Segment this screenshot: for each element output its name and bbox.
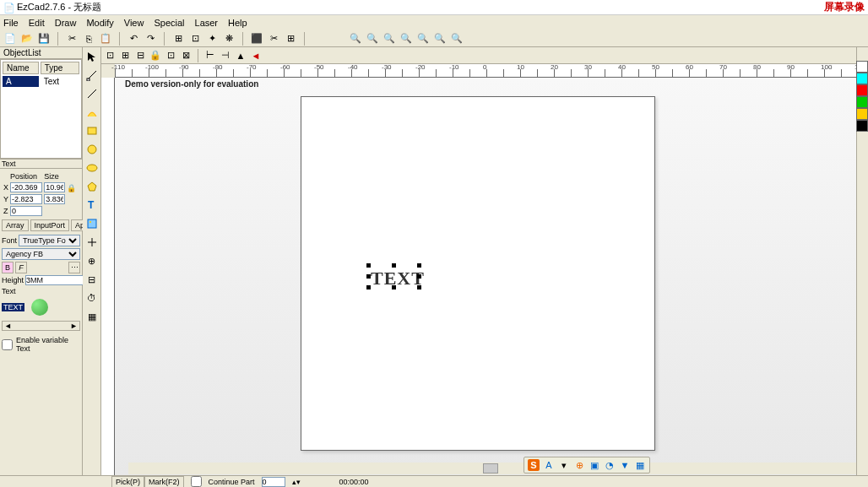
float-chevron-icon[interactable]: ▾ xyxy=(558,459,570,471)
font-name-select[interactable]: Agency FB xyxy=(2,248,80,260)
bold-button[interactable]: B xyxy=(2,262,14,273)
zoom-out-button[interactable]: 🔍 xyxy=(382,32,396,46)
transform-button[interactable]: ✦ xyxy=(205,32,219,46)
lock-button[interactable]: 🔒 xyxy=(149,49,162,62)
encoder-tool[interactable]: ⊕ xyxy=(84,253,100,268)
ellipse-tool[interactable] xyxy=(84,160,100,176)
ungroup-button[interactable]: ⊠ xyxy=(179,49,193,62)
menu-edit[interactable]: Edit xyxy=(29,18,45,28)
inputport-button[interactable]: InputPort xyxy=(30,219,70,231)
float-clock-icon[interactable]: ◔ xyxy=(604,459,616,471)
mark-cut-button[interactable]: ✂ xyxy=(267,32,280,46)
y-size-input[interactable] xyxy=(44,194,65,204)
timer-tool[interactable]: ⏱ xyxy=(84,290,100,306)
sel-handle-ml[interactable] xyxy=(366,274,371,279)
mirror-h-button[interactable]: ▲ xyxy=(234,49,247,62)
menu-draw[interactable]: Draw xyxy=(55,18,77,28)
cut-button[interactable]: ✂ xyxy=(65,32,79,46)
z-pos-input[interactable] xyxy=(10,206,42,216)
sel-handle-bl[interactable] xyxy=(366,285,371,289)
array-button[interactable]: ⊡ xyxy=(188,32,202,46)
save-button[interactable]: 💾 xyxy=(37,32,51,46)
snap-button[interactable]: ⊡ xyxy=(103,49,117,62)
zoom-all-button[interactable]: 🔍 xyxy=(416,32,430,46)
color-white[interactable] xyxy=(856,61,868,73)
zoom-select-button[interactable]: 🔍 xyxy=(433,32,447,46)
sel-handle-bc[interactable] xyxy=(392,285,396,289)
float-pin-icon[interactable]: ▼ xyxy=(619,459,631,471)
status-tab2[interactable]: Mark(F2) xyxy=(144,476,184,487)
undo-button[interactable]: ↶ xyxy=(127,32,140,46)
sel-handle-tc[interactable] xyxy=(392,263,396,268)
menu-modify[interactable]: Modify xyxy=(86,18,113,28)
mirror-v-button[interactable]: ◄ xyxy=(249,49,263,62)
snap-grid-button[interactable]: ⊞ xyxy=(118,49,132,62)
x-pos-input[interactable] xyxy=(10,182,42,192)
polygon-tool[interactable] xyxy=(84,179,100,194)
select-tool[interactable] xyxy=(84,49,100,64)
float-target-icon[interactable]: ⊕ xyxy=(573,459,585,471)
array-button[interactable]: Array xyxy=(2,219,29,231)
group-button[interactable]: ⊡ xyxy=(164,49,177,62)
text-tool[interactable]: T xyxy=(84,198,100,213)
sel-handle-mr[interactable] xyxy=(417,274,421,279)
color-black[interactable] xyxy=(856,120,868,132)
float-square-icon[interactable]: ▣ xyxy=(589,459,600,471)
color-green[interactable] xyxy=(856,96,868,108)
mark-red-button[interactable]: ⬛ xyxy=(250,32,263,46)
align-center-button[interactable]: ⊣ xyxy=(219,49,232,62)
copy-button[interactable]: ⎘ xyxy=(82,32,95,46)
line-tool[interactable] xyxy=(84,86,100,101)
vector-tool[interactable] xyxy=(84,235,100,250)
open-button[interactable]: 📂 xyxy=(20,32,34,46)
float-grid-icon[interactable]: ▦ xyxy=(634,459,646,471)
zoom-in-button[interactable]: 🔍 xyxy=(366,32,379,46)
snap-obj-button[interactable]: ⊟ xyxy=(133,49,147,62)
continue-checkbox[interactable] xyxy=(191,476,202,487)
menu-laser[interactable]: Laser xyxy=(195,18,219,28)
input-tool[interactable]: ⊟ xyxy=(84,272,100,287)
paste-button[interactable]: 📋 xyxy=(99,32,112,46)
enable-variable-checkbox[interactable] xyxy=(2,339,13,350)
special-button[interactable]: ❋ xyxy=(222,32,236,46)
canvas[interactable]: Demo version-only for evaluation TEXT xyxy=(115,78,856,475)
object-row[interactable]: A Text xyxy=(3,76,79,87)
part-spinner[interactable]: ▴▾ xyxy=(292,478,301,486)
bitmap-tool[interactable] xyxy=(84,216,100,231)
rect-tool[interactable] xyxy=(84,123,100,138)
mark-grid-button[interactable]: ⊞ xyxy=(284,32,297,46)
status-tab1[interactable]: Pick(P) xyxy=(111,476,144,487)
zoom-prev-button[interactable]: 🔍 xyxy=(450,32,464,46)
object-name[interactable]: A xyxy=(3,76,39,87)
zoom-window-button[interactable]: 🔍 xyxy=(399,32,413,46)
color-red[interactable] xyxy=(856,84,868,96)
text-prev-button[interactable]: ◄ xyxy=(4,322,12,330)
menu-view[interactable]: View xyxy=(124,18,144,28)
hatch-button[interactable]: ⊞ xyxy=(171,32,185,46)
object-type[interactable]: Text xyxy=(41,76,79,87)
zoom-fit-button[interactable]: 🔍 xyxy=(349,32,362,46)
redo-button[interactable]: ↷ xyxy=(144,32,157,46)
color-blue[interactable] xyxy=(856,108,868,120)
color-cyan[interactable] xyxy=(856,73,868,84)
menu-special[interactable]: Special xyxy=(154,18,184,28)
objectlist-table[interactable]: Name Type A Text xyxy=(0,59,82,159)
scrollbar-thumb[interactable] xyxy=(483,463,498,473)
col-type[interactable]: Type xyxy=(41,62,79,74)
extend-tool[interactable]: ▦ xyxy=(84,309,100,324)
scrollbar-horizontal[interactable] xyxy=(128,463,856,474)
sel-handle-tr[interactable] xyxy=(417,263,421,268)
font-options-button[interactable]: ⋯ xyxy=(68,262,80,273)
lock-icon[interactable]: 🔒 xyxy=(67,184,76,192)
font-type-select[interactable]: TrueType Font xyxy=(19,235,80,246)
align-left-button[interactable]: ⊢ xyxy=(203,49,217,62)
menu-help[interactable]: Help xyxy=(228,18,247,28)
float-s-icon[interactable]: S xyxy=(528,459,540,471)
text-value[interactable]: TEXT xyxy=(2,303,24,311)
text-next-button[interactable]: ► xyxy=(70,322,78,330)
y-pos-input[interactable] xyxy=(10,194,42,204)
menu-file[interactable]: File xyxy=(3,18,19,28)
sel-handle-br[interactable] xyxy=(417,285,421,289)
circle-tool[interactable] xyxy=(84,142,100,157)
curve-tool[interactable] xyxy=(84,105,100,120)
